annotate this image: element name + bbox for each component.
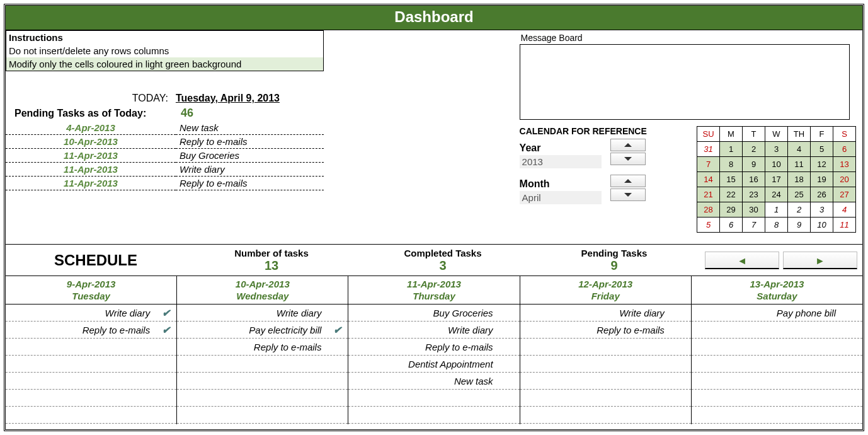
pending-task-date: 11-Apr-2013 <box>6 149 176 163</box>
calendar-day[interactable]: 30 <box>743 202 765 218</box>
calendar-day[interactable]: 2 <box>743 142 765 157</box>
calendar-day[interactable]: 6 <box>833 142 856 157</box>
schedule-task-row[interactable] <box>177 373 348 390</box>
schedule-task-row[interactable]: New task <box>348 373 519 390</box>
calendar-day[interactable]: 27 <box>833 187 856 202</box>
schedule-task-row[interactable] <box>692 373 862 390</box>
schedule-task-row[interactable]: Write diary✔ <box>6 304 176 322</box>
calendar-day[interactable]: 22 <box>720 187 743 202</box>
calendar-day[interactable]: 28 <box>697 202 720 218</box>
check-icon: ✔ <box>162 308 170 318</box>
calendar-day[interactable]: 21 <box>697 187 720 202</box>
schedule-task-row[interactable] <box>692 339 862 356</box>
calendar-day[interactable]: 1 <box>765 202 788 218</box>
schedule-task-row[interactable]: Write diary <box>348 322 519 339</box>
schedule-task-text: Write diary <box>6 308 155 318</box>
schedule-task-row[interactable]: Reply to e-mails <box>177 339 348 356</box>
schedule-task-row[interactable]: Reply to e-mails✔ <box>6 322 176 339</box>
schedule-task-row[interactable] <box>520 373 691 390</box>
year-down-button[interactable] <box>610 153 646 165</box>
schedule-task-row[interactable]: Write diary <box>520 304 691 322</box>
calendar-day[interactable]: 4 <box>788 142 811 157</box>
pending-task-name: Buy Groceries <box>176 149 324 163</box>
schedule-task-row[interactable] <box>520 339 691 356</box>
schedule-task-row[interactable]: Reply to e-mails <box>348 339 519 356</box>
calendar-day[interactable]: 25 <box>788 187 811 202</box>
schedule-task-row[interactable]: Reply to e-mails <box>520 322 691 339</box>
calendar-day[interactable]: 3 <box>765 142 788 157</box>
calendar-day[interactable]: 7 <box>743 218 765 233</box>
calendar-day[interactable]: 1 <box>720 142 743 157</box>
instructions-box: Instructions Do not insert/delete any ro… <box>6 30 324 71</box>
schedule-task-text: Reply to e-mails <box>177 342 326 352</box>
year-up-button[interactable] <box>610 139 646 151</box>
calendar-day[interactable]: 9 <box>788 218 811 233</box>
calendar-day[interactable]: 31 <box>697 142 720 157</box>
schedule-next-button[interactable]: ► <box>783 252 857 269</box>
calendar-day[interactable]: 10 <box>811 218 833 233</box>
schedule-task-row[interactable]: Write diary <box>177 304 348 322</box>
schedule-task-row[interactable] <box>177 390 348 407</box>
calendar-day[interactable]: 8 <box>720 157 743 172</box>
schedule-task-row[interactable] <box>348 390 519 407</box>
calendar-day[interactable]: 3 <box>811 202 833 218</box>
calendar-day[interactable]: 24 <box>765 187 788 202</box>
schedule-prev-button[interactable]: ◄ <box>705 252 779 269</box>
calendar-day[interactable]: 16 <box>743 172 765 187</box>
calendar-day[interactable]: 5 <box>811 142 833 157</box>
schedule-task-row[interactable] <box>6 373 176 390</box>
calendar-day[interactable]: 14 <box>697 172 720 187</box>
calendar-day[interactable]: 17 <box>765 172 788 187</box>
calendar-day[interactable]: 11 <box>833 218 856 233</box>
calendar-day[interactable]: 20 <box>833 172 856 187</box>
schedule-task-row[interactable]: Dentist Appointment <box>348 356 519 373</box>
stat-completed-label: Completed Tasks <box>357 248 528 258</box>
schedule-task-row[interactable] <box>692 390 862 407</box>
schedule-task-row[interactable] <box>6 356 176 373</box>
calendar-day[interactable]: 8 <box>765 218 788 233</box>
schedule-task-row[interactable] <box>6 407 176 424</box>
calendar-day[interactable]: 10 <box>765 157 788 172</box>
calendar-day[interactable]: 15 <box>720 172 743 187</box>
message-board-box[interactable] <box>520 44 850 120</box>
calendar-day[interactable]: 7 <box>697 157 720 172</box>
calendar-day[interactable]: 13 <box>833 157 856 172</box>
calendar-day[interactable]: 4 <box>833 202 856 218</box>
calendar-day[interactable]: 29 <box>720 202 743 218</box>
calendar-day[interactable]: 23 <box>743 187 765 202</box>
schedule-task-row[interactable] <box>692 322 862 339</box>
schedule-task-row[interactable] <box>520 390 691 407</box>
calendar-day[interactable]: 5 <box>697 218 720 233</box>
schedule-task-row[interactable] <box>692 407 862 424</box>
schedule-task-row[interactable] <box>177 407 348 424</box>
schedule-task-row[interactable] <box>6 339 176 356</box>
schedule-task-row[interactable]: Pay phone bill <box>692 304 862 322</box>
schedule-task-row[interactable]: Buy Groceries <box>348 304 519 322</box>
stat-total-label: Number of tasks <box>186 248 357 258</box>
calendar-day[interactable]: 18 <box>788 172 811 187</box>
schedule-task-row[interactable] <box>348 407 519 424</box>
calendar-day[interactable]: 2 <box>788 202 811 218</box>
schedule-task-row[interactable]: Pay electricity bill✔ <box>177 322 348 339</box>
schedule-task-text: Reply to e-mails <box>348 342 498 352</box>
year-value[interactable]: 2013 <box>520 155 602 168</box>
schedule-task-row[interactable] <box>6 390 176 407</box>
schedule-task-row[interactable] <box>177 356 348 373</box>
month-down-button[interactable] <box>610 188 646 201</box>
calendar-weekday: S <box>833 127 856 142</box>
schedule-task-row[interactable] <box>692 356 862 373</box>
month-up-button[interactable] <box>610 175 646 187</box>
calendar-day[interactable]: 26 <box>811 187 833 202</box>
month-value[interactable]: April <box>520 191 602 204</box>
calendar-day[interactable]: 12 <box>811 157 833 172</box>
calendar-weekday: F <box>811 127 833 142</box>
calendar-day[interactable]: 6 <box>720 218 743 233</box>
schedule-task-row[interactable] <box>520 356 691 373</box>
schedule-day-date: 9-Apr-2013 <box>6 276 176 291</box>
calendar-day[interactable]: 9 <box>743 157 765 172</box>
calendar-day[interactable]: 11 <box>788 157 811 172</box>
stat-total-value: 13 <box>186 258 357 273</box>
year-label: Year <box>520 142 608 154</box>
schedule-task-row[interactable] <box>520 407 691 424</box>
calendar-day[interactable]: 19 <box>811 172 833 187</box>
